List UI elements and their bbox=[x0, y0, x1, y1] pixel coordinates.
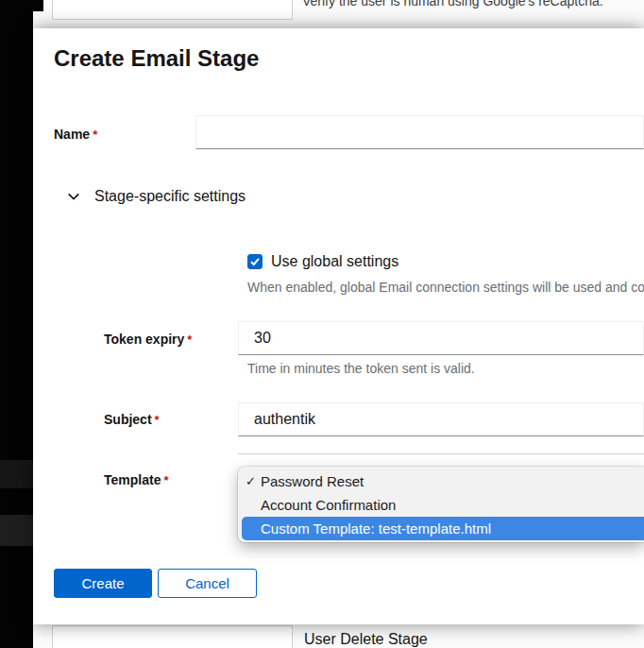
dropdown-option-label: Password Reset bbox=[261, 473, 364, 489]
create-button[interactable]: Create bbox=[54, 569, 152, 598]
template-label-text: Template bbox=[104, 472, 161, 487]
subject-label-text: Subject bbox=[104, 412, 152, 427]
use-global-settings-help: When enabled, global Email connection se… bbox=[247, 280, 644, 295]
subject-label: Subject* bbox=[104, 412, 160, 427]
dropdown-option-label: Account Confirmation bbox=[261, 497, 396, 513]
user-delete-stage-text: User Delete Stage bbox=[304, 631, 428, 648]
background-page-top: Verify the user is human using Google's … bbox=[0, 0, 644, 28]
section-toggle-stage-specific-settings[interactable]: Stage-specific settings bbox=[67, 188, 246, 205]
token-expiry-help: Time in minutes the token sent is valid. bbox=[247, 361, 644, 376]
required-asterisk: * bbox=[93, 128, 97, 142]
check-icon bbox=[249, 256, 261, 267]
background-card-edge-top bbox=[52, 0, 293, 20]
token-expiry-label: Token expiry* bbox=[104, 332, 192, 347]
dropdown-option-custom-template[interactable]: Custom Template: test-template.html bbox=[242, 517, 644, 540]
sidebar-item-shadow bbox=[0, 515, 33, 546]
sidebar bbox=[0, 0, 33, 648]
required-asterisk: * bbox=[155, 413, 160, 427]
dropdown-option-account-confirmation[interactable]: Account Confirmation bbox=[238, 493, 644, 517]
page-header-edge bbox=[33, 0, 43, 11]
required-asterisk: * bbox=[187, 333, 192, 347]
sidebar-item-shadow bbox=[0, 460, 33, 488]
required-asterisk: * bbox=[163, 473, 168, 487]
create-email-stage-modal: Create Email Stage Name* Stage-specific … bbox=[33, 28, 644, 624]
screen: Verify the user is human using Google's … bbox=[0, 0, 644, 648]
name-label: Name* bbox=[54, 127, 97, 142]
subject-input[interactable] bbox=[238, 402, 644, 436]
use-global-settings-checkbox[interactable] bbox=[247, 254, 263, 269]
token-expiry-label-text: Token expiry bbox=[104, 332, 184, 347]
dropdown-option-label: Custom Template: test-template.html bbox=[261, 520, 491, 537]
template-select-edge bbox=[238, 453, 644, 454]
background-card-edge-bottom bbox=[52, 625, 293, 648]
modal-title: Create Email Stage bbox=[54, 45, 259, 72]
dropdown-option-password-reset[interactable]: ✓ Password Reset bbox=[238, 469, 644, 493]
section-toggle-label: Stage-specific settings bbox=[94, 188, 246, 205]
checkmark-icon: ✓ bbox=[246, 474, 259, 488]
use-global-settings-row: Use global settings bbox=[247, 253, 398, 270]
token-expiry-input[interactable] bbox=[238, 321, 644, 355]
template-label: Template* bbox=[104, 472, 169, 487]
recaptcha-help-text: Verify the user is human using Google's … bbox=[302, 0, 603, 9]
use-global-settings-label[interactable]: Use global settings bbox=[271, 253, 398, 270]
template-dropdown-menu: ✓ Password Reset Account Confirmation Cu… bbox=[238, 467, 644, 542]
chevron-down-icon bbox=[67, 190, 80, 203]
name-input[interactable] bbox=[195, 115, 644, 149]
background-page-bottom: User Delete Stage bbox=[0, 624, 644, 648]
cancel-button[interactable]: Cancel bbox=[158, 569, 257, 598]
name-label-text: Name bbox=[54, 127, 90, 142]
